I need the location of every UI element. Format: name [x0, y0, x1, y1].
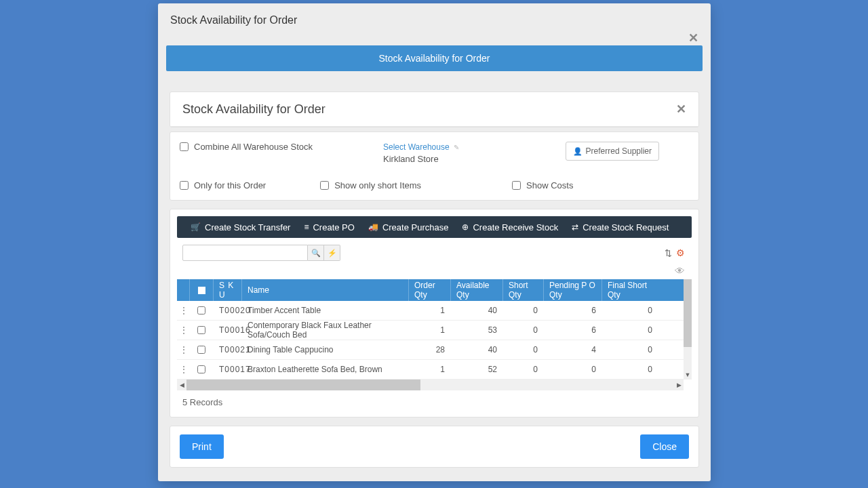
- search-input[interactable]: [182, 245, 308, 261]
- scroll-left-icon[interactable]: ◀: [177, 382, 186, 388]
- col-pending-po-qty[interactable]: Pending P O Qty: [544, 279, 602, 301]
- scroll-right-icon[interactable]: ▶: [674, 382, 684, 388]
- col-short-qty[interactable]: Short Qty: [503, 279, 544, 301]
- stock-availability-modal: Stock Availability for Order ✕ Stock Ava…: [158, 3, 711, 481]
- cell-short-qty: 0: [503, 360, 544, 379]
- col-order-qty[interactable]: Order Qty: [409, 279, 451, 301]
- gear-icon[interactable]: ⚙: [676, 247, 685, 258]
- row-checkbox[interactable]: [197, 306, 205, 314]
- table-row[interactable]: ⋮T00017Braxton Leatherette Sofa Bed, Bro…: [177, 360, 684, 380]
- cell-sku: T00021: [214, 340, 242, 359]
- show-costs-label: Show Costs: [526, 180, 573, 190]
- scroll-down-icon[interactable]: ▼: [684, 370, 692, 380]
- grid-card: 🛒Create Stock Transfer ≡Create PO 🚚Creat…: [170, 209, 699, 418]
- combine-warehouse-input[interactable]: [180, 142, 189, 151]
- row-checkbox[interactable]: [197, 326, 205, 334]
- show-costs-input[interactable]: [512, 181, 521, 190]
- create-receive-stock-button[interactable]: ⊕Create Receive Stock: [455, 222, 565, 232]
- cell-available-qty: 40: [451, 340, 503, 359]
- panel-card: Stock Availability for Order ✕: [170, 92, 699, 127]
- create-po-button[interactable]: ≡Create PO: [297, 222, 361, 232]
- cell-order-qty: 1: [409, 301, 451, 320]
- combine-warehouse-checkbox[interactable]: Combine All Warehouse Stock: [180, 142, 383, 152]
- cell-name: Braxton Leatherette Sofa Bed, Brown: [242, 360, 409, 379]
- warehouse-name: Kirkland Store: [383, 154, 539, 164]
- cell-pending-po-qty: 0: [544, 360, 602, 379]
- create-stock-request-button[interactable]: ⇄Create Stock Request: [565, 222, 675, 232]
- grid-header: S K U Name Order Qty Available Qty Short…: [177, 279, 684, 301]
- print-button[interactable]: Print: [180, 434, 224, 459]
- col-name[interactable]: Name: [242, 279, 409, 301]
- show-short-input[interactable]: [320, 181, 329, 190]
- panel-close-icon[interactable]: ✕: [676, 102, 686, 117]
- create-stock-transfer-button[interactable]: 🛒Create Stock Transfer: [184, 222, 297, 232]
- col-final-short-qty[interactable]: Final Short Qty: [602, 279, 658, 301]
- select-warehouse-link[interactable]: Select Warehouse: [383, 142, 450, 152]
- vertical-scrollbar[interactable]: ▼: [684, 279, 692, 380]
- cell-final-short-qty: 0: [602, 360, 658, 379]
- show-short-label: Show only short Items: [334, 180, 421, 190]
- table-row[interactable]: ⋮T00020Timber Accent Table140060: [177, 301, 684, 321]
- show-costs-checkbox[interactable]: Show Costs: [512, 180, 573, 190]
- only-order-label: Only for this Order: [194, 180, 266, 190]
- only-order-input[interactable]: [180, 181, 189, 190]
- exchange-icon: ⇄: [572, 222, 578, 232]
- modal-banner: Stock Availability for Order: [166, 45, 703, 71]
- grid: S K U Name Order Qty Available Qty Short…: [177, 279, 692, 390]
- footer: Print Close: [170, 426, 699, 468]
- grid-toolbar: 🛒Create Stock Transfer ≡Create PO 🚚Creat…: [177, 216, 692, 238]
- col-available-qty[interactable]: Available Qty: [451, 279, 503, 301]
- close-button[interactable]: Close: [640, 434, 689, 459]
- cell-sku: T00016: [214, 321, 242, 340]
- cell-order-qty: 1: [409, 360, 451, 379]
- select-all-checkbox[interactable]: [198, 287, 205, 294]
- record-count: 5 Records: [177, 390, 692, 410]
- edit-warehouse-icon[interactable]: ✎: [454, 144, 459, 151]
- flash-button[interactable]: ⚡: [324, 245, 340, 261]
- sort-icon[interactable]: ⇅: [665, 248, 672, 258]
- plus-circle-icon: ⊕: [462, 222, 469, 232]
- cell-pending-po-qty: 4: [544, 340, 602, 359]
- eye-icon[interactable]: 👁: [675, 265, 685, 277]
- hscroll-thumb[interactable]: [186, 380, 420, 390]
- combine-warehouse-label: Combine All Warehouse Stock: [194, 142, 313, 152]
- cell-sku: T00017: [214, 360, 242, 379]
- cell-available-qty: 52: [451, 360, 503, 379]
- row-checkbox[interactable]: [197, 346, 205, 354]
- table-row[interactable]: ⋮T00021Dining Table Cappucino2840040: [177, 340, 684, 360]
- cell-pending-po-qty: 6: [544, 321, 602, 340]
- only-order-checkbox[interactable]: Only for this Order: [180, 180, 266, 190]
- row-checkbox[interactable]: [197, 365, 205, 373]
- cell-name: Dining Table Cappucino: [242, 340, 409, 359]
- search-icon: 🔍: [311, 249, 321, 257]
- cell-name: Contemporary Black Faux Leather Sofa/Cou…: [242, 321, 409, 340]
- cell-pending-po-qty: 6: [544, 301, 602, 320]
- vscroll-thumb[interactable]: [684, 279, 692, 347]
- table-row[interactable]: ⋮T00016Contemporary Black Faux Leather S…: [177, 321, 684, 340]
- cell-short-qty: 0: [503, 321, 544, 340]
- cell-final-short-qty: 0: [602, 301, 658, 320]
- preferred-supplier-button[interactable]: 👤 Preferred Supplier: [566, 142, 659, 161]
- cell-final-short-qty: 0: [602, 321, 658, 340]
- cell-available-qty: 40: [451, 301, 503, 320]
- truck-icon: 🚚: [368, 222, 378, 232]
- cell-order-qty: 28: [409, 340, 451, 359]
- grid-body: ⋮T00020Timber Accent Table140060⋮T00016C…: [177, 301, 684, 380]
- create-purchase-button[interactable]: 🚚Create Purchase: [361, 222, 456, 232]
- cell-final-short-qty: 0: [602, 340, 658, 359]
- close-icon[interactable]: ✕: [688, 30, 698, 45]
- transfer-icon: 🛒: [191, 222, 201, 232]
- preferred-supplier-label: Preferred Supplier: [586, 146, 652, 156]
- bolt-icon: ⚡: [328, 249, 337, 257]
- filters-panel: Combine All Warehouse Stock Select Wareh…: [170, 131, 699, 201]
- horizontal-scrollbar[interactable]: ◀ ▶: [177, 380, 684, 390]
- col-sku[interactable]: S K U: [214, 279, 242, 301]
- cell-short-qty: 0: [503, 301, 544, 320]
- show-short-checkbox[interactable]: Show only short Items: [320, 180, 421, 190]
- panel-title: Stock Availability for Order: [182, 102, 326, 117]
- cell-sku: T00020: [214, 301, 242, 320]
- cell-order-qty: 1: [409, 321, 451, 340]
- cell-short-qty: 0: [503, 340, 544, 359]
- search-button[interactable]: 🔍: [308, 245, 324, 261]
- list-icon: ≡: [304, 222, 309, 232]
